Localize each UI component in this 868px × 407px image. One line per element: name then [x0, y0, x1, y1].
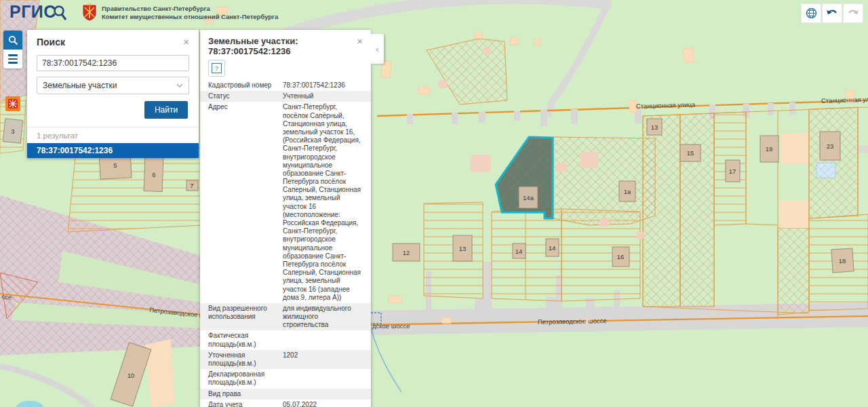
detail-panel-close-icon[interactable]: ×	[357, 36, 363, 46]
row-value: 05.07.2022	[283, 401, 363, 407]
row-value: 1202	[283, 351, 363, 368]
search-panel: Поиск × Земельные участки Найти 1 резуль…	[27, 30, 199, 158]
org-title: Правительство Санкт-Петербурга Комитет и…	[102, 5, 278, 22]
row-value	[283, 390, 363, 398]
row-value: 78:37:0017542:1236	[283, 81, 363, 90]
building-label: 13	[651, 123, 658, 131]
row-label: Вид права	[208, 390, 283, 398]
header-buttons	[801, 3, 863, 23]
question-mark-icon: ?	[212, 63, 222, 73]
table-row: Вид разрешенного использования для индив…	[200, 303, 371, 331]
building-label: 10	[127, 372, 135, 379]
spb-emblem-icon	[7, 98, 18, 109]
org-line1: Правительство Санкт-Петербурга	[102, 5, 278, 13]
search-icon	[8, 35, 18, 45]
street-label: Станционная улица	[821, 95, 868, 104]
find-button[interactable]: Найти	[144, 101, 188, 119]
row-value: для индивидуального жилищного строительс…	[283, 305, 363, 330]
row-value	[283, 370, 363, 387]
building-label: 12	[403, 249, 410, 256]
detail-panel-title: Земельные участки: 78:37:0017542:1236	[208, 36, 357, 56]
result-item-selected[interactable]: 78:37:0017542:1236	[27, 143, 199, 158]
street-label: Петрозаводское шоссе	[538, 317, 607, 326]
search-panel-title: Поиск	[37, 37, 65, 47]
row-label: Фактическая площадь(кв.м.)	[208, 332, 283, 348]
building-label: 14a	[523, 194, 534, 201]
row-label: Кадастровый номер	[208, 81, 283, 90]
search-panel-close-icon[interactable]: ×	[183, 37, 189, 47]
logo-magnifier-icon	[52, 5, 67, 21]
row-label: Декларированная площадь(кв.м.)	[208, 370, 283, 387]
undo-arrow-icon	[826, 8, 838, 19]
hamburger-icon	[8, 54, 18, 64]
street-label: ссе	[1, 292, 12, 301]
spb-coat-of-arms-icon	[82, 3, 97, 24]
table-row: Декларированная площадь(кв.м.)	[200, 369, 371, 388]
org-line2: Комитет имущественных отношений Санкт-Пе…	[102, 13, 278, 21]
globe-icon	[806, 7, 817, 19]
building-label: 18	[839, 257, 846, 265]
undo-button[interactable]	[822, 3, 842, 23]
building-label: 6	[152, 171, 155, 178]
row-value: Учтенный	[283, 92, 363, 100]
building-label: 23	[827, 142, 834, 150]
row-label: Уточненная площадь(кв.м.)	[208, 351, 283, 368]
parcel-detail-panel: ‹ Земельные участки: 78:37:0017542:1236 …	[200, 30, 371, 407]
panel-collapse-button[interactable]: ‹	[371, 34, 384, 64]
row-label: Дата учета	[208, 401, 283, 407]
building-label: 19	[766, 145, 773, 153]
rgis-logo[interactable]: РГИС	[9, 2, 67, 22]
table-row: Адрес Санкт-Петербург, посёлок Сапёрный,…	[200, 102, 371, 303]
app-header: РГИС Правительство Санкт-Петербурга Коми…	[0, 0, 868, 26]
search-category-value: Земельные участки	[43, 81, 117, 90]
results-count: 1 результат	[27, 127, 199, 143]
table-row: Уточненная площадь(кв.м.) 1202	[200, 350, 371, 369]
building-label: 17	[729, 168, 736, 175]
street-label: дское шоссе	[372, 322, 410, 330]
row-label: Вид разрешенного использования	[208, 305, 283, 330]
table-row: Кадастровый номер 78:37:0017542:1236	[200, 80, 371, 91]
search-category-select[interactable]: Земельные участки	[37, 77, 189, 94]
chevron-down-icon	[176, 83, 183, 88]
building-label: 3	[11, 128, 14, 135]
building-label: 13	[459, 245, 467, 252]
building-label: 16	[617, 253, 625, 260]
building-label: 14	[549, 244, 556, 252]
detail-rows: Кадастровый номер 78:37:0017542:1236 Ста…	[200, 80, 371, 407]
redo-button[interactable]	[843, 3, 863, 23]
spb-emblem-tool-button[interactable]	[5, 96, 20, 111]
row-label: Адрес	[208, 103, 283, 302]
building-label: 14	[515, 248, 523, 255]
rgis-logo-text: РГИС	[9, 2, 56, 22]
search-input[interactable]	[37, 55, 189, 71]
map-pond	[816, 163, 835, 178]
search-tool-button[interactable]	[3, 31, 22, 50]
row-value: Санкт-Петербург, посёлок Сапёрный, Станц…	[283, 103, 363, 302]
parcel-info-button[interactable]: ?	[208, 60, 225, 77]
building-label: 7	[190, 182, 193, 189]
language-globe-button[interactable]	[801, 3, 821, 23]
building-label: 15	[687, 149, 694, 157]
table-row: Дата учета 05.07.2022	[200, 400, 371, 407]
row-label: Статус	[208, 92, 283, 100]
redo-arrow-icon	[847, 8, 859, 19]
table-row: Фактическая площадь(кв.м.)	[200, 330, 371, 349]
row-value	[283, 332, 363, 348]
map-toolbar	[3, 31, 22, 69]
rgis-app: 3 5 6 7 10 12 13 14 14 16 14a 1a 13 15 1…	[0, 0, 868, 407]
table-row: Вид права	[200, 389, 371, 400]
building-label: 1a	[624, 188, 631, 195]
layers-menu-button[interactable]	[3, 50, 22, 69]
building-label: 5	[113, 161, 117, 169]
table-row: Статус Учтенный	[200, 91, 371, 102]
